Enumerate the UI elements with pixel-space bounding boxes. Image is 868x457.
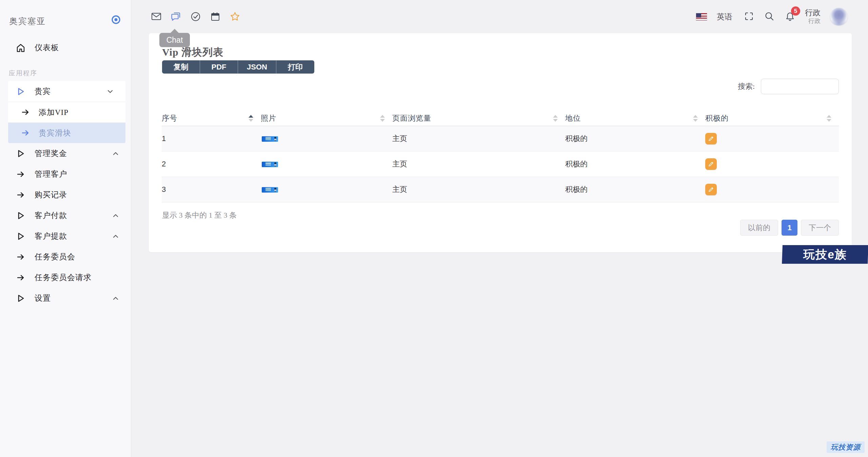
edit-button[interactable] xyxy=(705,158,717,170)
sidebar-item-label: 客户提款 xyxy=(35,231,67,241)
us-flag-icon[interactable] xyxy=(696,13,707,21)
arrow-right-icon xyxy=(20,128,31,138)
table-search: 搜索: xyxy=(738,79,839,94)
sidebar-item-label: 设置 xyxy=(35,293,51,303)
sidebar-item-manage-bonus[interactable]: 管理奖金 xyxy=(0,143,131,164)
arrow-right-icon xyxy=(16,273,26,283)
search-input[interactable] xyxy=(761,79,839,94)
sidebar-nav: 仪表板 应用程序 贵宾 添加VIP xyxy=(0,37,131,309)
edit-button[interactable] xyxy=(705,184,717,195)
sidebar-item-label: 仪表板 xyxy=(35,42,59,53)
sort-icon xyxy=(380,115,385,122)
chevron-down-icon xyxy=(106,88,114,95)
column-header-active[interactable]: 积极的 xyxy=(705,111,839,126)
play-icon xyxy=(16,148,26,159)
topbar: 英语 5 行政 行政 xyxy=(131,0,868,33)
arrow-right-icon xyxy=(20,107,31,117)
avatar[interactable] xyxy=(830,8,848,25)
table-row: 2 主页 积极的 xyxy=(162,152,839,177)
sidebar-item-vip-slider[interactable]: 贵宾滑块 xyxy=(8,122,125,143)
search-icon[interactable] xyxy=(764,11,775,22)
sidebar-item-customer-payments[interactable]: 客户付款 xyxy=(0,205,131,226)
slider-photo-thumbnail[interactable] xyxy=(262,136,278,142)
row-status: 积极的 xyxy=(565,159,705,169)
brand-row: 奥宾塞亚 xyxy=(0,0,131,37)
watermark-corner-badge: 玩技资源 xyxy=(827,441,865,453)
print-button[interactable]: 打印 xyxy=(276,60,314,74)
user-role: 行政 xyxy=(805,18,821,25)
arrow-right-icon xyxy=(16,169,26,179)
sidebar-item-add-vip[interactable]: 添加VIP xyxy=(8,102,125,122)
export-button-group: 复制 PDF JSON 打印 xyxy=(162,60,314,74)
column-header-photo[interactable]: 照片 xyxy=(261,111,392,126)
sidebar-item-label: 任务委员会 xyxy=(35,252,75,262)
sidebar-item-dashboard[interactable]: 仪表板 xyxy=(0,37,131,58)
row-pageviews: 主页 xyxy=(392,134,565,144)
play-icon xyxy=(16,86,26,97)
sidebar-section-label: 应用程序 xyxy=(9,69,131,78)
sidebar-item-customer-withdrawals[interactable]: 客户提款 xyxy=(0,226,131,246)
search-label: 搜索: xyxy=(738,81,755,92)
user-menu[interactable]: 行政 行政 xyxy=(805,8,821,24)
chevron-up-icon xyxy=(112,295,119,302)
next-page-button[interactable]: 下一个 xyxy=(801,220,839,236)
chat-icon[interactable] xyxy=(171,11,181,22)
row-sn: 1 xyxy=(162,134,261,143)
sidebar-item-task-committee[interactable]: 任务委员会 xyxy=(0,246,131,267)
sidebar-item-purchase-records[interactable]: 购买记录 xyxy=(0,184,131,205)
calendar-icon[interactable] xyxy=(210,11,221,22)
arrow-right-icon xyxy=(16,252,26,262)
column-header-status[interactable]: 地位 xyxy=(565,111,705,126)
row-sn: 3 xyxy=(162,185,261,194)
star-icon[interactable] xyxy=(230,11,240,22)
sort-icon xyxy=(249,115,253,122)
content-card: Vip 滑块列表 复制 PDF JSON 打印 搜索: 序号 照片 页面浏览量 … xyxy=(149,33,852,252)
chevron-up-icon xyxy=(112,212,119,219)
copy-button[interactable]: 复制 xyxy=(162,60,200,74)
table-header-row: 序号 照片 页面浏览量 地位 积极的 xyxy=(162,111,839,126)
pdf-button[interactable]: PDF xyxy=(200,60,238,74)
sidebar-item-vip[interactable]: 贵宾 xyxy=(8,81,125,102)
mail-icon[interactable] xyxy=(151,11,162,22)
watermark-banner: 玩技e族 xyxy=(782,245,868,264)
topbar-left-icons xyxy=(151,11,240,22)
play-icon xyxy=(16,293,26,303)
sidebar-item-label: 购买记录 xyxy=(35,190,67,200)
sidebar-item-settings[interactable]: 设置 xyxy=(0,288,131,309)
sidebar-item-label: 贵宾滑块 xyxy=(39,128,71,138)
check-circle-icon[interactable] xyxy=(190,11,201,22)
sidebar-group-vip: 贵宾 添加VIP 贵宾滑块 xyxy=(8,81,125,143)
sidebar-item-task-committee-requests[interactable]: 任务委员会请求 xyxy=(0,267,131,288)
column-header-sn[interactable]: 序号 xyxy=(162,111,261,126)
sidebar-item-manage-customers[interactable]: 管理客户 xyxy=(0,164,131,184)
chat-tooltip: Chat xyxy=(159,33,190,47)
page-1-button[interactable]: 1 xyxy=(782,220,797,236)
page-title: Vip 滑块列表 xyxy=(162,45,223,59)
pagination: 以前的 1 下一个 xyxy=(740,220,839,236)
language-selector[interactable]: 英语 xyxy=(717,12,732,22)
notification-count-badge: 5 xyxy=(791,6,800,16)
table-row: 3 主页 积极的 xyxy=(162,177,839,202)
previous-page-button[interactable]: 以前的 xyxy=(740,220,778,236)
sidebar-toggle-target-icon[interactable] xyxy=(111,15,121,24)
chevron-up-icon xyxy=(112,233,119,240)
column-header-pageviews[interactable]: 页面浏览量 xyxy=(392,111,565,126)
sidebar-item-label: 任务委员会请求 xyxy=(35,272,92,283)
json-button[interactable]: JSON xyxy=(238,60,276,74)
sidebar-item-label: 贵宾 xyxy=(35,86,51,97)
topbar-right-cluster: 英语 5 行政 行政 xyxy=(696,8,848,25)
edit-button[interactable] xyxy=(705,133,717,144)
slider-photo-thumbnail[interactable] xyxy=(262,187,278,193)
play-icon xyxy=(16,211,26,221)
chevron-up-icon xyxy=(112,150,119,157)
play-icon xyxy=(16,231,26,241)
row-status: 积极的 xyxy=(565,184,705,195)
user-name: 行政 xyxy=(805,8,821,17)
sidebar-item-label: 管理奖金 xyxy=(35,148,67,159)
notifications-button[interactable]: 5 xyxy=(785,11,795,22)
sidebar: 奥宾塞亚 仪表板 应用程序 贵宾 xyxy=(0,0,131,457)
slider-photo-thumbnail[interactable] xyxy=(262,162,278,167)
table-row: 1 主页 积极的 xyxy=(162,126,839,152)
fullscreen-icon[interactable] xyxy=(744,11,755,22)
row-pageviews: 主页 xyxy=(392,159,565,169)
